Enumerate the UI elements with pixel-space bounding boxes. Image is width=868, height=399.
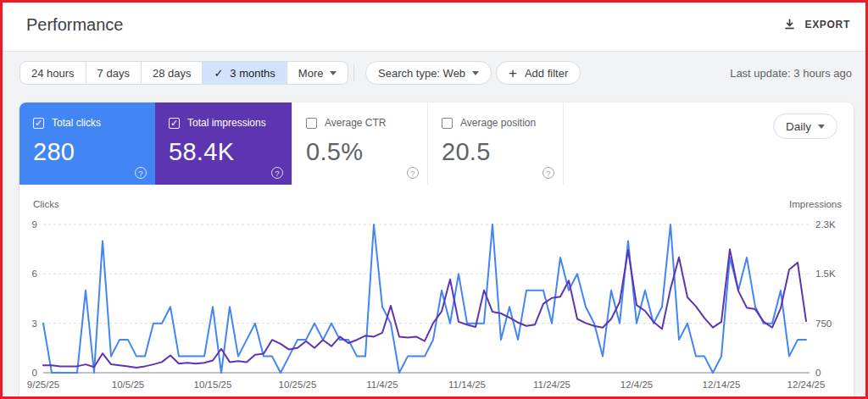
left-axis-tick: 6 xyxy=(32,269,37,279)
x-axis-tick: 12/24/25 xyxy=(787,380,826,390)
filter-bar: 24 hours 7 days 28 days ✓ 3 months More … xyxy=(3,53,865,103)
more-ranges-button[interactable]: More xyxy=(287,62,348,84)
search-type-label: Search type: Web xyxy=(378,67,465,80)
more-label: More xyxy=(298,67,324,80)
caret-down-icon xyxy=(330,71,337,75)
x-axis-tick: 10/15/25 xyxy=(194,380,232,390)
add-filter-button[interactable]: + Add filter xyxy=(496,61,581,85)
caret-down-icon xyxy=(818,125,825,129)
metric-value: 280 xyxy=(33,138,75,166)
plus-icon: + xyxy=(509,66,517,80)
help-icon[interactable]: ? xyxy=(271,167,283,179)
x-axis-tick: 11/24/25 xyxy=(533,380,570,390)
help-icon[interactable]: ? xyxy=(542,167,554,179)
help-icon[interactable]: ? xyxy=(407,167,419,179)
x-axis-tick: 10/5/25 xyxy=(112,380,144,390)
metric-value: 20.5 xyxy=(442,138,491,166)
left-axis-tick: 9 xyxy=(32,219,37,230)
range-7-days-button[interactable]: 7 days xyxy=(86,62,142,84)
right-axis-tick: 1.5K xyxy=(815,269,836,279)
page-header: Performance EXPORT xyxy=(3,3,865,52)
checkbox-checked-icon[interactable]: ✓ xyxy=(33,118,44,129)
performance-chart: 00375061.5K92.3K9/25/2510/5/2510/15/2510… xyxy=(19,214,854,396)
last-update-text: Last update: 3 hours ago xyxy=(730,67,852,80)
search-type-button[interactable]: Search type: Web xyxy=(365,61,492,85)
metric-label: Total impressions xyxy=(187,117,266,129)
checkbox-unchecked-icon[interactable] xyxy=(442,118,453,129)
download-icon xyxy=(783,18,796,30)
page-title: Performance xyxy=(26,15,124,35)
metric-label: Average CTR xyxy=(325,117,386,129)
add-filter-label: Add filter xyxy=(525,67,568,80)
x-axis-tick: 12/14/25 xyxy=(703,380,741,390)
screenshot-frame: Performance EXPORT 24 hours 7 days 28 da… xyxy=(0,0,868,399)
granularity-label: Daily xyxy=(786,120,811,133)
chart-canvas: 00375061.5K92.3K9/25/2510/5/2510/15/2510… xyxy=(19,214,854,396)
x-axis-tick: 11/14/25 xyxy=(448,380,486,390)
metric-card-total-impressions[interactable]: ✓ Total impressions 58.4K ? xyxy=(155,103,292,185)
checkbox-checked-icon[interactable]: ✓ xyxy=(169,118,180,129)
x-axis-tick: 10/25/25 xyxy=(279,380,317,390)
range-28-days-button[interactable]: 28 days xyxy=(142,62,203,84)
clicks-line xyxy=(43,224,806,373)
metric-label: Average position xyxy=(460,117,536,129)
metric-card-average-ctr[interactable]: Average CTR 0.5% ? xyxy=(292,103,427,185)
impressions-line xyxy=(43,249,806,368)
granularity-dropdown[interactable]: Daily xyxy=(773,114,837,139)
metric-value: 0.5% xyxy=(306,138,363,166)
clicks-axis-label: Clicks xyxy=(33,199,59,209)
date-range-group: 24 hours 7 days 28 days ✓ 3 months More xyxy=(19,61,348,85)
left-axis-tick: 3 xyxy=(32,319,37,329)
metric-value: 58.4K xyxy=(169,138,234,166)
right-axis-tick: 750 xyxy=(815,319,832,329)
group-divider xyxy=(353,64,354,81)
caret-down-icon xyxy=(472,71,479,75)
export-button[interactable]: EXPORT xyxy=(782,14,852,34)
range-24-hours-button[interactable]: 24 hours xyxy=(20,62,86,84)
x-axis-tick: 11/4/25 xyxy=(366,380,398,390)
checkbox-unchecked-icon[interactable] xyxy=(306,118,317,129)
metric-card-average-position[interactable]: Average position 20.5 ? xyxy=(427,103,564,185)
export-label: EXPORT xyxy=(804,19,850,30)
impressions-axis-label: Impressions xyxy=(789,199,842,209)
left-axis-tick: 0 xyxy=(32,368,37,378)
metric-tiles: ✓ Total clicks 280 ? ✓ Total impressions… xyxy=(19,103,564,185)
range-3-months-button[interactable]: ✓ 3 months xyxy=(203,62,287,84)
right-axis-tick: 0 xyxy=(815,368,821,378)
range-3-months-label: 3 months xyxy=(230,67,275,80)
metric-card-total-clicks[interactable]: ✓ Total clicks 280 ? xyxy=(19,103,155,185)
check-icon: ✓ xyxy=(214,67,223,80)
performance-panel: ✓ Total clicks 280 ? ✓ Total impressions… xyxy=(19,103,854,399)
x-axis-tick: 12/4/25 xyxy=(620,380,653,390)
help-icon[interactable]: ? xyxy=(135,167,147,179)
x-axis-tick: 9/25/25 xyxy=(27,380,59,390)
metric-label: Total clicks xyxy=(52,117,101,129)
right-axis-tick: 2.3K xyxy=(815,219,836,230)
